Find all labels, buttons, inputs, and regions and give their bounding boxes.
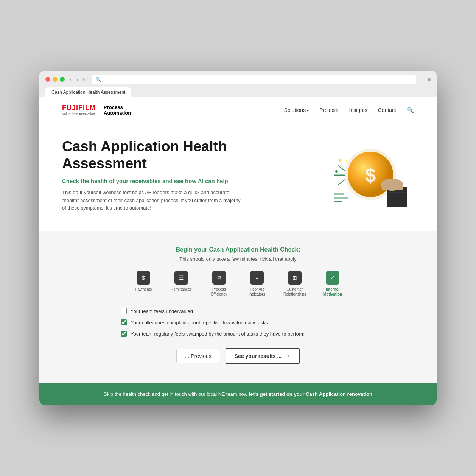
- address-bar[interactable]: 🔍: [92, 75, 415, 84]
- logo-right: Process Automation: [104, 104, 131, 116]
- step-internal-label: Internal Motivation: [319, 287, 346, 297]
- checkbox-label-2: Your team regularly feels swamped by the…: [131, 331, 305, 337]
- svg-rect-14: [399, 182, 403, 190]
- traffic-lights: [45, 77, 65, 82]
- forward-icon[interactable]: ›: [75, 76, 80, 83]
- hero-image: $: [331, 141, 414, 209]
- refresh-icon[interactable]: ↻: [81, 76, 89, 83]
- logo-tagline: Value from Innovation: [62, 112, 96, 116]
- bookmark-icon[interactable]: ☆: [420, 76, 425, 82]
- logo-area: FUJIFILM Value from Innovation Process A…: [62, 103, 131, 117]
- coin-illustration: $: [331, 141, 414, 209]
- assessment-title: Begin your Cash Application Health Check…: [62, 246, 414, 253]
- svg-point-4: [339, 159, 342, 162]
- nav-insights[interactable]: Insights: [349, 107, 367, 113]
- see-results-label: See your results ...: [235, 353, 282, 359]
- browser-tab[interactable]: Cash Application Health Assessment: [45, 87, 131, 97]
- step-poor-ar: ≡ Poor AR Indicators: [238, 271, 276, 297]
- step-process: ⚙ Process Efficiency: [200, 271, 238, 297]
- checkbox-swamped[interactable]: [121, 331, 127, 337]
- checkbox-item-0: Your team feels undervalued: [121, 308, 355, 314]
- step-process-label: Process Efficiency: [206, 287, 232, 297]
- browser-chrome: ‹ › ↻ 🔍 ☆ ≡ Cash Application Health Asse…: [39, 71, 437, 97]
- maximize-button[interactable]: [60, 77, 65, 82]
- svg-rect-12: [387, 180, 393, 190]
- checkbox-item-2: Your team regularly feels swamped by the…: [121, 331, 355, 337]
- svg-text:$: $: [365, 164, 376, 186]
- checkbox-repetitive[interactable]: [121, 319, 127, 325]
- site-nav: FUJIFILM Value from Innovation Process A…: [39, 97, 437, 123]
- step-remittances: ☰ Remittances: [162, 271, 200, 292]
- step-customer: ⊞ Customer Relationships: [276, 271, 314, 297]
- footer-text-bold: let's get started on your Cash Applicati…: [249, 391, 372, 397]
- svg-line-2: [338, 179, 346, 185]
- step-process-icon: ⚙: [212, 271, 226, 285]
- step-customer-icon: ⊞: [288, 271, 302, 285]
- step-remittances-icon: ☰: [174, 271, 188, 285]
- checkbox-label-1: Your colleagues complain about repetitiv…: [131, 320, 268, 325]
- footer-text-plain: Skip the health check and get in touch w…: [104, 391, 249, 397]
- nav-solutions[interactable]: Solutions: [284, 107, 309, 113]
- svg-point-5: [335, 170, 338, 173]
- minimize-button[interactable]: [53, 77, 58, 82]
- step-poor-ar-label: Poor AR Indicators: [244, 287, 270, 297]
- checkbox-label-0: Your team feels undervalued: [131, 308, 193, 314]
- hero-title: Cash Application Health Assessment: [62, 138, 244, 173]
- page-content: FUJIFILM Value from Innovation Process A…: [39, 97, 437, 406]
- svg-line-1: [338, 166, 346, 171]
- see-results-button[interactable]: See your results ... →: [226, 348, 300, 364]
- close-button[interactable]: [45, 77, 50, 82]
- previous-button[interactable]: ... Previous: [176, 349, 220, 363]
- svg-rect-11: [382, 182, 387, 190]
- assessment-subtitle: This should only take a few minutes, tic…: [62, 256, 414, 262]
- browser-window: ‹ › ↻ 🔍 ☆ ≡ Cash Application Health Asse…: [39, 71, 437, 406]
- step-payments: $ Payments: [124, 271, 162, 292]
- step-internal: ✓ Internal Motivation: [314, 271, 352, 297]
- hero-section: Cash Application Health Assessment Check…: [39, 123, 437, 232]
- step-remittances-label: Remittances: [171, 287, 192, 292]
- arrow-icon: →: [285, 353, 291, 359]
- checkbox-item-1: Your colleagues complain about repetitiv…: [121, 319, 355, 325]
- hero-subtitle: Check the health of your receivables and…: [62, 178, 244, 184]
- nav-projects[interactable]: Projects: [319, 107, 339, 113]
- logo-divider: [100, 103, 100, 117]
- back-icon[interactable]: ‹: [68, 76, 73, 83]
- step-payments-icon: $: [137, 271, 150, 285]
- nav-contact[interactable]: Contact: [378, 107, 396, 113]
- step-payments-label: Payments: [135, 287, 152, 292]
- step-internal-icon: ✓: [326, 271, 339, 285]
- checkbox-undervalued[interactable]: [121, 308, 127, 314]
- menu-icon[interactable]: ≡: [428, 76, 431, 82]
- hero-text: Cash Application Health Assessment Check…: [62, 138, 244, 213]
- search-icon: 🔍: [95, 77, 101, 82]
- hero-body: This do-it-yourself wellness test helps …: [62, 189, 244, 212]
- checkbox-list: Your team feels undervalued Your colleag…: [121, 308, 355, 337]
- nav-links: Solutions Projects Insights Contact 🔍: [284, 107, 414, 114]
- progress-steps: $ Payments ☰ Remittances ⚙: [124, 271, 352, 297]
- fujifilm-logo: FUJIFILM Value from Innovation: [62, 104, 96, 116]
- nav-search-icon[interactable]: 🔍: [407, 107, 414, 114]
- svg-rect-13: [393, 180, 398, 190]
- footer-banner: Skip the health check and get in touch w…: [39, 383, 437, 405]
- step-poor-ar-icon: ≡: [250, 271, 264, 285]
- assessment-header: Begin your Cash Application Health Check…: [62, 246, 414, 262]
- assessment-section: Begin your Cash Application Health Check…: [39, 231, 437, 383]
- button-row: ... Previous See your results ... →: [62, 348, 414, 364]
- step-customer-label: Customer Relationships: [282, 287, 308, 297]
